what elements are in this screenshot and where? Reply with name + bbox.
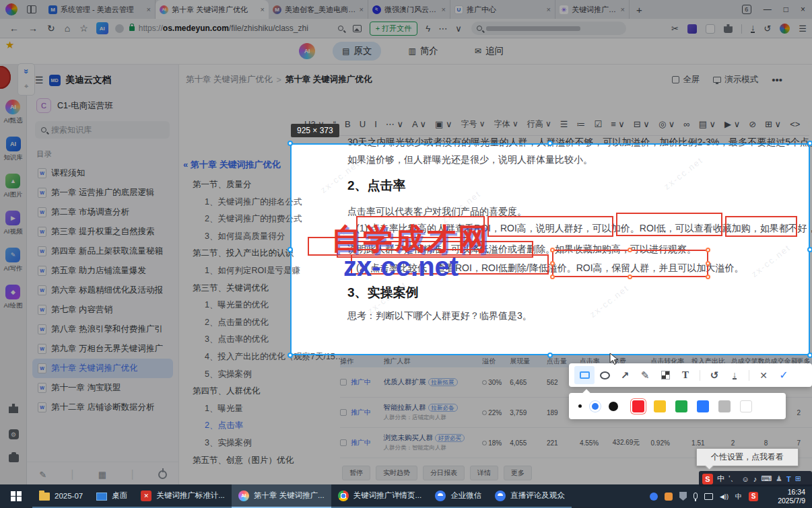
stroke-size-large[interactable] [609,402,618,411]
table-action-实时趋势[interactable]: 实时趋势 [376,466,417,480]
arrow-tool[interactable]: ↗ [615,366,635,384]
outline-item[interactable]: 第四节、人群优化 [179,383,314,400]
puzzle-icon[interactable] [9,404,18,413]
sidebar-chapter[interactable]: W第七章 内容营销 [32,300,173,320]
selection-handle[interactable] [807,353,812,358]
double-chevron-icon[interactable]: » [23,69,30,73]
color-swatch[interactable] [675,400,687,412]
lang-zh-icon[interactable]: 中 [735,492,742,501]
sidebar-chapter[interactable]: W第六章 标题精细优化及活动报 [32,281,173,300]
undo-icon[interactable]: ↺ [764,24,771,34]
editor-tool[interactable]: ⋯ ∨ [386,119,403,129]
editor-tool[interactable]: A ∨ [412,119,426,129]
menu-icon[interactable]: ☰ [799,24,807,34]
board-icon[interactable]: ▦ [98,470,106,480]
table-action-分日报表[interactable]: 分日报表 [423,466,465,480]
outline-item[interactable]: 3、实操案例 [179,435,314,452]
hamburger-icon[interactable]: ☰ [35,75,44,85]
editor-tool[interactable]: ≡ ∨ [611,119,625,129]
table-action-暂停[interactable]: 暂停 [342,466,370,480]
rail-extensions[interactable] [0,404,27,413]
emoji-icon[interactable]: ☺ [741,475,749,483]
color-swatch[interactable] [718,400,731,412]
ellipse-tool[interactable] [595,366,615,384]
mic-icon[interactable] [693,493,698,499]
browser-tab[interactable]: 第十章 关键词推广优化× [156,0,269,19]
zoom-out-icon[interactable] [338,26,343,31]
sidebar-chapter[interactable]: W第十章 关键词推广优化 [32,359,173,378]
new-tab-button[interactable]: + [636,4,642,15]
editor-tool[interactable]: ▶ ∨ [724,119,740,129]
outline-item[interactable]: 1、关键词推广的排名公式 [179,194,314,211]
annotation-handle[interactable] [706,248,710,252]
browser-tab[interactable]: 推广中心× [450,0,555,19]
course-selector[interactable]: C C1-电商运营班 [36,98,178,113]
bolt-icon[interactable]: ϟ [426,24,430,34]
rail-settings[interactable]: ⚙ [0,429,27,439]
table-header[interactable]: 溢价 [482,357,510,366]
minimize-button[interactable]: — [764,5,772,14]
selection-handle[interactable] [287,247,293,252]
orange-app-icon[interactable] [665,493,673,501]
outline-item[interactable]: 2、点击量的优化 [179,314,314,332]
browser-tab[interactable]: 美迪创客_美迪电商_美× [269,0,368,19]
profile-icon[interactable] [780,24,790,34]
sidebar-chapter[interactable]: W课程须知 [32,164,173,183]
selection-handle[interactable] [547,353,553,358]
sidebar-chapter[interactable]: W第十一章 淘宝联盟 [32,378,173,398]
selection-handle[interactable] [807,141,812,146]
annotation-handle[interactable] [550,261,555,266]
scissors-icon[interactable]: ✂ [671,24,679,34]
editor-tool[interactable]: ▤ ∨ [699,119,716,129]
mic2-icon[interactable]: ♪ [753,475,757,483]
editor-tool[interactable]: 字体 ∨ [494,118,518,130]
outline-item[interactable]: 第一节、质量分 [179,176,314,194]
selection-handle[interactable] [807,247,812,252]
start-button[interactable] [0,484,32,508]
lang-zh-icon[interactable]: 中 [717,474,724,484]
annotation-handle[interactable] [706,261,710,266]
annotation-handle[interactable] [628,248,632,252]
annotation-handle[interactable] [550,275,555,279]
taskbar-app[interactable]: 2025-07 [32,484,90,508]
browser-tab[interactable]: 系统管理 - 美迪云管理× [44,0,156,19]
color-swatch[interactable] [740,400,752,412]
volume-icon[interactable]: ◀)) [720,493,729,500]
taskbar-app[interactable]: 桌面 [90,484,134,508]
shield-app-icon[interactable] [679,492,687,501]
outline-item[interactable]: 第三节、关键词优化 [179,280,314,297]
cancel-button[interactable]: ✕ [753,366,774,384]
editor-tool[interactable]: ≣ [809,119,809,129]
image-mode-icon[interactable] [353,25,362,32]
sidebar-chapter[interactable]: W第三章 提升权重之自然搜索 [32,222,173,242]
gear-icon[interactable]: ⚙ [9,429,19,439]
back-icon[interactable]: ← [9,23,19,34]
person-icon[interactable]: ♟ [776,474,782,483]
ai-assistant-icon[interactable]: AI [96,22,108,34]
close-button[interactable]: × [801,5,805,14]
puzzle-icon[interactable] [724,24,733,33]
editor-tool[interactable]: ⊞ ∨ [765,119,781,129]
reader-icon[interactable] [706,24,715,34]
chevron-down-icon[interactable]: ∨ [455,24,462,34]
breadcrumb-parent[interactable]: 第十章 关键词推广优化 [186,74,272,85]
sidebar-chapter[interactable]: W第二章 市场调查分析 [32,203,173,222]
outline-item[interactable]: 3、点击率的优化 [179,331,314,349]
more-icon[interactable]: ⋯ [438,24,447,34]
outline-item[interactable]: 4、投入产出比的优化（观察7天/15… [179,349,314,366]
stroke-size-medium-selected[interactable] [592,403,599,410]
annotation-rect-selected[interactable] [552,250,708,277]
outline-item[interactable]: 第五节、创意（图片）优化 [179,452,314,470]
taskbar-app[interactable]: 关键词推广详情页... [331,484,429,508]
color-swatch[interactable] [654,400,666,412]
outline-item[interactable]: 1、曝光量 [179,400,314,418]
collapse-widget[interactable]: » ⌖ [18,63,35,96]
sogou-s-icon[interactable]: S [749,492,758,501]
rect-tool[interactable] [574,366,595,384]
outline-title[interactable]: « 第十章 关键词推广优化 [179,159,314,171]
sidebar-chapter[interactable]: W第四章 新品上架获取流量秘籍 [32,242,173,261]
more-options-button[interactable]: ••• [772,74,782,85]
tab-close-icon[interactable]: × [442,5,446,13]
editor-tool[interactable]: ∞ [683,119,689,129]
mosaic-tool[interactable] [655,366,675,384]
